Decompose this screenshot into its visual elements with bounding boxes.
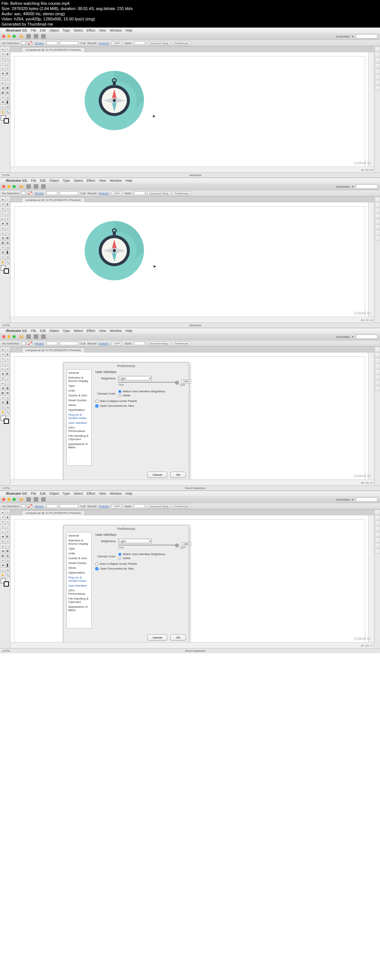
brightness-slider[interactable]: 100% (118, 545, 178, 546)
brightness-slider[interactable]: 100% (118, 382, 178, 383)
prefs-cat-gpu[interactable]: GPU Performance (67, 425, 91, 433)
graph-tool[interactable]: ▊ (5, 100, 10, 105)
stroke-swatch[interactable] (28, 41, 32, 45)
symbol-sprayer-tool[interactable]: ✱ (0, 100, 5, 105)
window-maximize-button[interactable] (13, 185, 16, 188)
chevron-down-icon[interactable]: ▾ (352, 35, 353, 38)
brightness-select[interactable]: Light▾ (118, 376, 152, 380)
check-auto-collapse[interactable] (95, 400, 98, 402)
radio-white[interactable] (118, 557, 121, 560)
selection-tool[interactable]: ▲ (0, 47, 5, 51)
radio-match-brightness[interactable] (118, 553, 121, 556)
line-tool[interactable]: ╱ (5, 61, 10, 66)
window-minimize-button[interactable] (7, 185, 10, 188)
ok-button[interactable]: OK (170, 635, 186, 641)
prefs-cat-hyphenation[interactable]: Hyphenation (67, 407, 91, 412)
shaper-tool[interactable]: ◆ (0, 71, 5, 76)
prefs-cat-general[interactable]: General (67, 371, 91, 375)
cancel-button[interactable]: Cancel (147, 635, 168, 641)
panel-icon[interactable] (375, 80, 380, 85)
panel-icon[interactable] (375, 52, 380, 57)
pen-tool[interactable]: ✎ (0, 56, 5, 61)
cancel-button[interactable]: Cancel (147, 472, 168, 478)
radio-white[interactable] (118, 394, 121, 397)
search-input[interactable] (356, 34, 378, 38)
blend-tool[interactable]: ◎ (5, 95, 10, 100)
ok-button[interactable]: OK (170, 472, 186, 478)
stock-icon[interactable] (34, 34, 38, 38)
paintbrush-tool[interactable]: ✐ (5, 66, 10, 71)
prefs-cat-ui[interactable]: User Interface (67, 420, 91, 425)
prefs-cat-units[interactable]: Units (67, 388, 91, 393)
check-auto-collapse[interactable] (95, 563, 98, 565)
prefs-cat-slices[interactable]: Slices (67, 402, 91, 407)
menu-window[interactable]: Window (110, 29, 122, 32)
fill-stroke-control[interactable] (0, 115, 10, 124)
perspective-tool[interactable]: ▦ (5, 85, 10, 90)
opacity-link[interactable]: Opacity: (99, 41, 110, 45)
brightness-select[interactable]: Light▾ (118, 539, 152, 543)
prefs-cat-selection[interactable]: Selection & Anchor Display (67, 375, 91, 383)
bridge-icon[interactable] (26, 34, 31, 38)
menu-edit[interactable]: Edit (40, 29, 46, 32)
menu-file[interactable]: File (31, 29, 37, 32)
window-close-button[interactable] (2, 185, 5, 188)
panel-icon[interactable] (375, 58, 380, 63)
panel-icon[interactable] (375, 69, 380, 74)
panel-icon[interactable] (375, 86, 380, 91)
shape-builder-tool[interactable]: ◉ (0, 85, 5, 90)
panel-icon[interactable] (375, 75, 380, 80)
opacity-value[interactable]: 100% (112, 41, 122, 45)
lasso-tool[interactable]: ◐ (5, 51, 10, 56)
horizontal-scrollbar[interactable] (10, 167, 374, 172)
check-open-tabs[interactable] (95, 404, 98, 407)
menu-effect[interactable]: Effect (87, 29, 95, 32)
menu-view[interactable]: View (99, 29, 106, 32)
window-minimize-button[interactable] (7, 35, 10, 38)
menu-select[interactable]: Select (74, 29, 83, 32)
scale-tool[interactable]: ⤢ (5, 76, 10, 80)
style-field[interactable] (134, 41, 145, 45)
artboard-tool[interactable]: ▢ (0, 105, 5, 110)
stroke-link[interactable]: Stroke: (35, 41, 44, 45)
document-setup-button[interactable]: Document Setup (147, 41, 170, 45)
prefs-cat-type[interactable]: Type (67, 383, 91, 388)
document-tab[interactable]: compass.ai @ 117% (RGB/GPU Preview) (22, 47, 85, 52)
direct-selection-tool[interactable]: ▷ (5, 47, 10, 51)
vertical-scrollbar[interactable] (368, 52, 374, 167)
check-open-tabs[interactable] (95, 567, 98, 570)
prefs-cat-guides[interactable]: Guides & Grid (67, 393, 91, 398)
menu-type[interactable]: Type (63, 29, 70, 32)
prefs-cat-black[interactable]: Appearance of Black (67, 442, 91, 450)
panel-icon[interactable] (375, 47, 380, 52)
magic-wand-tool[interactable]: ✦ (0, 51, 5, 56)
radio-match-brightness[interactable] (118, 390, 121, 393)
workspace-switcher[interactable]: Essentials (336, 35, 350, 38)
slice-tool[interactable]: ⊘ (5, 105, 10, 110)
window-maximize-button[interactable] (13, 35, 16, 38)
menu-object[interactable]: Object (49, 29, 59, 32)
menu-help[interactable]: Help (125, 29, 133, 32)
eraser-tool[interactable]: ◧ (5, 71, 10, 76)
prefs-cat-filehandling[interactable]: File Handling & Clipboard (67, 433, 91, 442)
rotate-tool[interactable]: ↻ (0, 76, 5, 80)
eyedropper-tool[interactable]: ✐ (0, 95, 5, 100)
gradient-tool[interactable]: ▤ (5, 90, 10, 95)
fill-swatch[interactable] (21, 41, 26, 45)
hand-tool[interactable]: ✋ (0, 110, 5, 114)
stroke-weight-field[interactable] (46, 41, 57, 45)
type-tool[interactable]: T (0, 61, 5, 66)
prefs-cat-smartguides[interactable]: Smart Guides (67, 398, 91, 402)
brush-field[interactable] (60, 41, 78, 45)
prefs-cat-plugins[interactable]: Plug-ins & Scratch Disks (67, 412, 91, 420)
canvas[interactable]: ➤ Linked in 00:00:00 (10, 52, 374, 172)
search-input[interactable] (356, 184, 378, 189)
width-tool[interactable]: ▸ (0, 80, 5, 85)
rectangle-tool[interactable]: ▭ (0, 66, 5, 71)
arrange-icon[interactable] (41, 34, 46, 38)
curvature-tool[interactable]: ∿ (5, 56, 10, 61)
free-transform-tool[interactable]: ⬚ (5, 80, 10, 85)
panel-icon[interactable] (375, 64, 380, 68)
mesh-tool[interactable]: ▩ (0, 90, 5, 95)
zoom-value[interactable]: 117% (2, 173, 10, 177)
